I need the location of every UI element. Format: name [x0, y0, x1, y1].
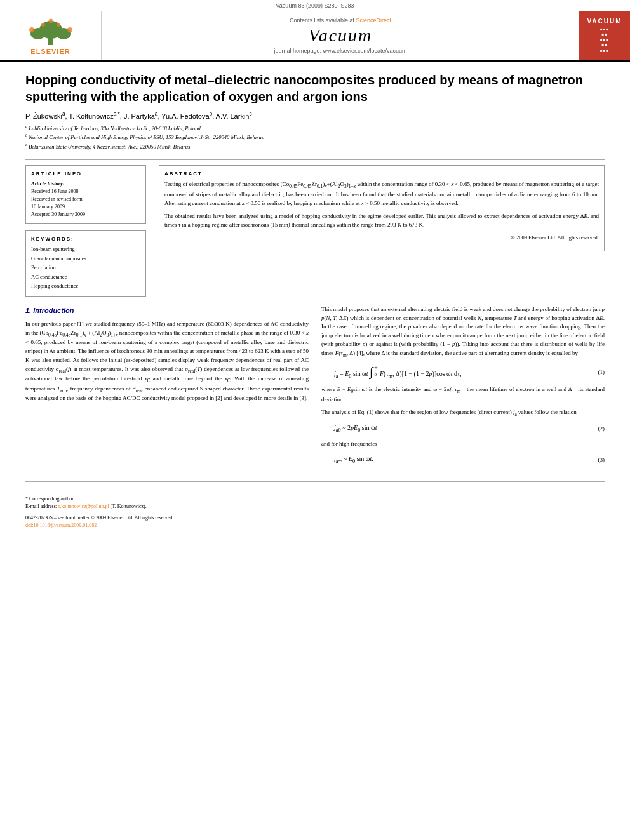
equation-2-content: ja0 ~ 2pE0 sin ωt [321, 423, 586, 435]
received2: Received in revised form [31, 196, 140, 203]
received2b: 16 January 2009 [31, 203, 140, 211]
svg-point-6 [41, 23, 45, 27]
corresponding-author: * Corresponding author. [25, 495, 605, 503]
intro-heading: 1. Introduction [25, 305, 309, 316]
abstract-para2: The obtained results have been analyzed … [164, 212, 599, 230]
equation-3-content: ja∞ ~ E0 sin ωt. [321, 454, 586, 466]
page-header: Vacuum 83 (2009) S280–S283 [0, 0, 630, 11]
sciencedirect-link[interactable]: ScienceDirect [356, 17, 392, 23]
email-link[interactable]: t.koltunowicz@pollub.pl [58, 503, 109, 509]
journal-name-banner: Vacuum [309, 25, 373, 46]
elsevier-logo: ELSEVIER [19, 16, 83, 55]
keyword-5: Hopping conductance [31, 281, 140, 290]
abstract-para1: Testing of electrical properties of nano… [164, 180, 599, 208]
elsevier-wordmark: ELSEVIER [30, 48, 70, 55]
affil-a: a Lublin University of Technology, 38a N… [25, 123, 605, 133]
article-title: Hopping conductivity of metal–dielectric… [25, 72, 605, 105]
equation-1-block: ja = E0 sin ωt ∫ ∞0 F(τm, Δ)[1 − (1 − 2p… [321, 364, 605, 381]
article-container: Hopping conductivity of metal–dielectric… [0, 62, 630, 542]
abstract-title: ABSTRACT [164, 171, 599, 177]
article-info-abstract: ARTICLE INFO Article history: Received 1… [25, 165, 605, 296]
body-right-col: This model proposes that an external alt… [321, 305, 605, 471]
journal-ref: Vacuum 83 (2009) S280–S283 [276, 3, 354, 9]
intro-para1: In our previous paper [1] we studied fre… [25, 320, 309, 403]
equation-1-content: ja = E0 sin ωt ∫ ∞0 F(τm, Δ)[1 − (1 − 2p… [321, 364, 586, 381]
doi-line: 0042-207X/$ – see front matter © 2009 El… [25, 514, 605, 522]
right-column-abstract: ABSTRACT Testing of electrical propertie… [159, 165, 605, 296]
abstract-copyright: © 2009 Elsevier Ltd. All rights reserved… [164, 234, 599, 242]
right-para2: where E = E0sin ωt is the electric inten… [321, 385, 605, 404]
equation-2-number: (2) [586, 425, 605, 434]
equation-2-block: ja0 ~ 2pE0 sin ωt (2) [321, 423, 605, 435]
article-history-label: Article history: [31, 180, 140, 187]
authors-line: P. Żukowskia, T. Kołtunowicza,*, J. Part… [25, 111, 605, 120]
email-line: E-mail address: t.koltunowicz@pollub.pl … [25, 503, 605, 510]
svg-point-8 [48, 19, 53, 23]
affil-c: c Belarussian State University, 4 Nezavi… [25, 142, 605, 151]
keyword-3: Percolation [31, 263, 140, 272]
svg-point-4 [29, 27, 34, 32]
article-info-box: ARTICLE INFO Article history: Received 1… [25, 165, 146, 224]
keyword-1: Ion-beam sputtering [31, 244, 140, 253]
vacuum-brand-box: VACUUM ■■■■■■■■■■■■■ [579, 11, 630, 60]
doi-link[interactable]: doi:10.1016/j.vacuum.2009.01.082 [25, 522, 605, 530]
right-para3: The analysis of Eq. (1) shows that for t… [321, 408, 605, 418]
affil-b: b National Center of Particles and High … [25, 132, 605, 142]
sciencedirect-notice: Contents lists available at ScienceDirec… [290, 17, 391, 23]
svg-point-5 [67, 27, 72, 32]
banner-center: Contents lists available at ScienceDirec… [102, 11, 579, 60]
article-info-title: ARTICLE INFO [31, 171, 140, 177]
abstract-box: ABSTRACT Testing of electrical propertie… [159, 165, 605, 251]
left-column: ARTICLE INFO Article history: Received 1… [25, 165, 146, 296]
footnote-divider [25, 481, 605, 482]
header-divider [25, 159, 605, 160]
keywords-box: Keywords: Ion-beam sputtering Granular n… [25, 230, 146, 296]
journal-banner: ELSEVIER Contents lists available at Sci… [0, 11, 630, 62]
accepted: Accepted 30 January 2009 [31, 211, 140, 218]
affiliations: a Lublin University of Technology, 38a N… [25, 123, 605, 151]
received1: Received 16 June 2008 [31, 188, 140, 196]
keywords-title: Keywords: [31, 236, 140, 242]
body-section: 1. Introduction In our previous paper [1… [25, 305, 605, 471]
elsevier-tree-svg [19, 16, 83, 48]
svg-point-7 [57, 23, 60, 27]
body-left-col: 1. Introduction In our previous paper [1… [25, 305, 309, 471]
equation-3-block: ja∞ ~ E0 sin ωt. (3) [321, 454, 605, 466]
right-para4: and for high frequencies [321, 440, 605, 449]
equation-1-number: (1) [586, 368, 605, 377]
footnote-section: * Corresponding author. E-mail address: … [25, 491, 605, 530]
vacuum-decoration: ■■■■■■■■■■■■■ [600, 27, 609, 53]
right-para1: This model proposes that an external alt… [321, 305, 605, 359]
keyword-2: Granular nanocomposites [31, 254, 140, 263]
journal-homepage: journal homepage: www.elsevier.com/locat… [274, 48, 406, 54]
elsevier-logo-area: ELSEVIER [0, 11, 102, 60]
vacuum-label: VACUUM [587, 18, 622, 25]
keyword-4: AC conductance [31, 272, 140, 281]
abstract-text: Testing of electrical properties of nano… [164, 180, 599, 241]
equation-3-number: (3) [586, 456, 605, 465]
